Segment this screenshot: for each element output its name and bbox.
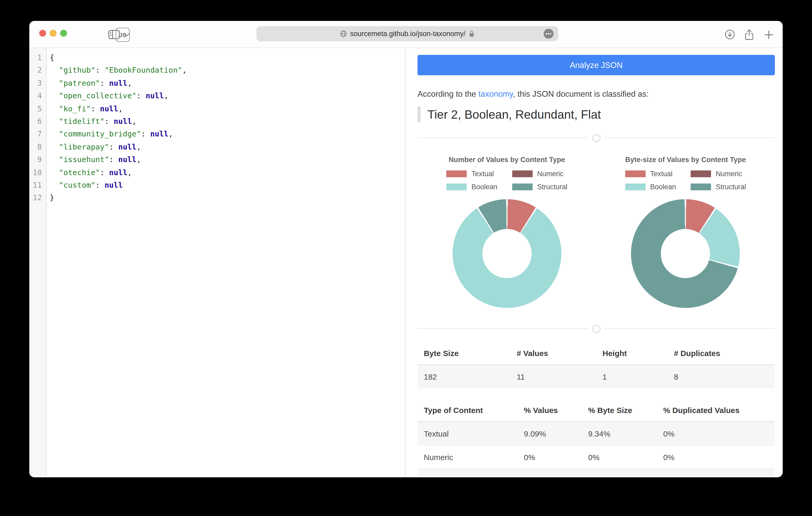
table-cell: 9.34%: [582, 422, 657, 445]
code-line: "community_bridge": null,: [50, 128, 187, 141]
line-number: 11: [29, 179, 42, 192]
zoom-button[interactable]: [60, 30, 67, 37]
legend-swatch: [691, 183, 711, 190]
table-cell: Textual: [417, 422, 517, 445]
table-header-row: Byte Size# ValuesHeight# Duplicates: [417, 344, 775, 365]
legend-item-numeric[interactable]: Numeric: [512, 170, 568, 178]
table-cell: 0%: [657, 445, 775, 469]
table-cell: 0%: [582, 445, 657, 469]
section-divider: [417, 328, 775, 329]
code-line: "open_collective": null,: [50, 89, 187, 102]
address-bar[interactable]: sourcemeta.github.io/json-taxonomy/ •••: [256, 26, 558, 41]
intro-text: , this JSON document is classified as:: [513, 89, 649, 98]
legend-item-structural[interactable]: Structural: [691, 183, 746, 191]
code-line: "custom": null: [50, 179, 187, 192]
content-type-table: Type of Content% Values% Byte Size% Dupl…: [417, 401, 775, 477]
code-line: {: [50, 51, 187, 64]
intro-text: According to the: [417, 89, 478, 98]
taxonomy-link[interactable]: taxonomy: [478, 89, 513, 98]
table-cell: 11: [511, 365, 596, 389]
chart-legend: TextualNumericBooleanStructural: [625, 170, 746, 191]
legend-swatch: [691, 171, 711, 177]
legend-label: Numeric: [716, 170, 742, 178]
legend-item-structural[interactable]: Structural: [512, 183, 568, 191]
legend-item-boolean[interactable]: Boolean: [625, 183, 676, 191]
summary-table: Byte Size# ValuesHeight# Duplicates 1821…: [417, 344, 775, 389]
column-header: Type of Content: [417, 401, 517, 422]
legend-item-boolean[interactable]: Boolean: [446, 183, 497, 191]
table-cell: 0%: [517, 445, 582, 469]
column-header: % Values: [517, 401, 582, 422]
column-header: Byte Size: [417, 344, 511, 365]
divider-handle: [592, 133, 600, 142]
legend-item-textual[interactable]: Textual: [625, 170, 676, 178]
table-row: Textual9.09%9.34%0%: [417, 422, 775, 445]
values-donut-chart: Number of Values by Content Type Textual…: [417, 138, 596, 308]
code-line: "tidelift": null,: [50, 115, 187, 128]
code-line: "ko_fi": null,: [50, 102, 187, 115]
column-header: % Duplicated Values: [657, 401, 775, 422]
legend-label: Structural: [716, 183, 746, 191]
browser-toolbar: JS sourcemeta.github.io/json-taxonomy/ •…: [29, 21, 783, 48]
table-row: 1821118: [417, 365, 775, 389]
more-options-button[interactable]: •••: [544, 29, 554, 39]
json-editor[interactable]: 123456789101112 { "github": "EbookFounda…: [29, 48, 405, 477]
legend-item-numeric[interactable]: Numeric: [691, 170, 746, 178]
column-header: # Values: [511, 344, 596, 365]
legend-swatch: [446, 183, 467, 190]
legend-label: Textual: [650, 170, 673, 178]
table-cell: 1: [596, 365, 668, 389]
analyze-json-button[interactable]: Analyze JSON: [417, 55, 775, 75]
line-number: 3: [29, 77, 42, 90]
column-header: Height: [596, 344, 668, 365]
code-line: }: [50, 192, 187, 205]
browser-window: JS sourcemeta.github.io/json-taxonomy/ •…: [29, 21, 783, 477]
js-extension-button[interactable]: JS: [116, 28, 130, 42]
legend-label: Textual: [471, 170, 494, 178]
line-number: 6: [29, 115, 42, 128]
classification-heading: Tier 2, Boolean, Redundant, Flat: [417, 107, 775, 122]
legend-label: Structural: [537, 183, 568, 191]
table-cell: 182: [417, 365, 511, 389]
code-line: "github": "EbookFoundation",: [50, 64, 187, 77]
legend-item-textual[interactable]: Textual: [446, 170, 497, 178]
downloads-icon[interactable]: [724, 28, 736, 41]
table-cell: Boolean: [417, 469, 517, 477]
donut-chart: [631, 199, 740, 308]
column-header: % Byte Size: [582, 401, 657, 422]
legend-swatch: [625, 183, 645, 190]
table-cell: 19.78%: [582, 469, 657, 477]
code-line: "otechie": null,: [50, 166, 187, 179]
close-button[interactable]: [39, 30, 46, 37]
share-icon[interactable]: [743, 28, 755, 41]
line-number-gutter: 123456789101112: [29, 48, 47, 477]
divider-handle: [592, 324, 600, 333]
line-number: 7: [29, 128, 42, 141]
new-tab-icon[interactable]: [762, 28, 775, 41]
url-text: sourcemeta.github.io/json-taxonomy/: [350, 30, 465, 38]
legend-swatch: [625, 171, 645, 177]
line-number: 10: [29, 166, 42, 179]
table-cell: 0%: [657, 422, 775, 445]
window-controls: [39, 30, 67, 37]
line-number: 4: [29, 89, 42, 102]
donut-chart: [453, 199, 561, 308]
line-number: 12: [29, 192, 42, 205]
code-line: "patreon": null,: [50, 77, 187, 90]
charts-row: Number of Values by Content Type Textual…: [417, 138, 775, 308]
legend-label: Numeric: [537, 170, 563, 178]
line-number: 5: [29, 102, 42, 115]
line-number: 8: [29, 141, 42, 153]
table-row: Numeric0%0%0%: [417, 445, 775, 469]
legend-swatch: [512, 183, 532, 190]
chart-legend: TextualNumericBooleanStructural: [446, 170, 568, 191]
table-header-row: Type of Content% Values% Byte Size% Dupl…: [417, 401, 775, 422]
minimize-button[interactable]: [50, 30, 57, 37]
legend-swatch: [512, 171, 532, 177]
code-area[interactable]: { "github": "EbookFoundation", "patreon"…: [47, 48, 187, 477]
code-line: "liberapay": null,: [50, 141, 187, 153]
table-cell: 9.09%: [517, 422, 582, 445]
legend-swatch: [446, 171, 467, 177]
table-cell: Numeric: [417, 445, 517, 469]
legend-label: Boolean: [650, 183, 676, 191]
